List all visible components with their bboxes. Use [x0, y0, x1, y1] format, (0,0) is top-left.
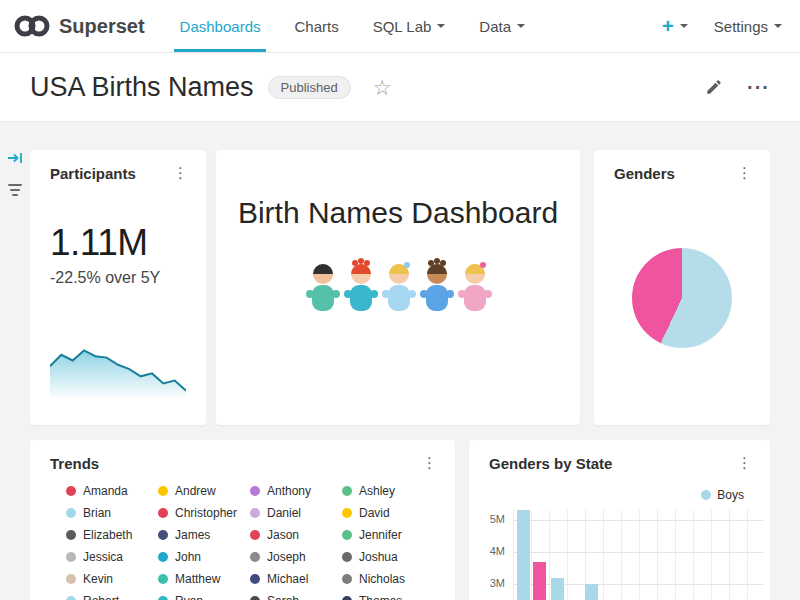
trend-legend-item[interactable]: David	[342, 506, 445, 520]
trend-legend-item[interactable]: Robert	[66, 594, 158, 600]
published-badge[interactable]: Published	[268, 76, 351, 99]
legend-label: James	[175, 528, 210, 542]
trend-legend-item[interactable]: Elizabeth	[66, 528, 158, 542]
legend-dot	[250, 596, 260, 600]
kebab-menu-icon[interactable]: ⋮	[729, 165, 760, 180]
chevron-down-icon	[517, 24, 525, 28]
trend-legend-item[interactable]: Michael	[250, 572, 342, 586]
dashboard-content: Participants ⋮ 1.11M -22.5% over 5Y Birt…	[0, 122, 800, 600]
trend-legend-item[interactable]: James	[158, 528, 250, 542]
chevron-down-icon	[680, 24, 688, 28]
settings-label: Settings	[714, 18, 768, 35]
legend-label: Daniel	[267, 506, 301, 520]
legend-dot	[158, 530, 168, 540]
card-genders: Genders ⋮	[594, 150, 770, 425]
genders-pie-chart[interactable]	[632, 248, 732, 348]
trend-legend-item[interactable]: Ryan	[158, 594, 250, 600]
legend-dot	[66, 552, 76, 562]
kid-figure	[420, 258, 454, 311]
trend-legend-item[interactable]: John	[158, 550, 250, 564]
kebab-menu-icon[interactable]: ⋮	[165, 165, 196, 180]
sparkline-fill	[50, 350, 186, 397]
card-participants: Participants ⋮ 1.11M -22.5% over 5Y	[30, 150, 206, 425]
nav-item-charts[interactable]: Charts	[277, 0, 355, 52]
legend-label: Anthony	[267, 484, 311, 498]
filter-line	[8, 184, 22, 186]
nav-item-label: Data	[479, 18, 511, 35]
banner-title: Birth Names Dashboard	[216, 196, 580, 230]
kebab-menu-icon[interactable]: ⋮	[729, 455, 760, 470]
brand-name: Superset	[59, 15, 145, 38]
legend-dot	[66, 530, 76, 540]
card-genders-by-state: Genders by State ⋮ Boys 5M4M3M	[469, 440, 770, 600]
y-axis-tick: 5M	[477, 513, 505, 525]
legend-dot	[342, 508, 352, 518]
favorite-star-icon[interactable]: ☆	[373, 77, 392, 98]
more-menu-icon[interactable]: ···	[747, 82, 770, 92]
legend-dot	[66, 574, 76, 584]
filter-rail	[0, 150, 30, 196]
legend-label: Nicholas	[359, 572, 405, 586]
trend-legend-item[interactable]: Joseph	[250, 550, 342, 564]
bar-segment[interactable]	[551, 578, 564, 600]
nav-item-sql-lab[interactable]: SQL Lab	[356, 0, 463, 52]
brand[interactable]: Superset	[14, 0, 145, 52]
filter-list-icon[interactable]	[8, 184, 22, 196]
trend-legend-item[interactable]: Nicholas	[342, 572, 445, 586]
expand-filter-bar-icon[interactable]	[7, 150, 24, 166]
trend-legend-item[interactable]: Sarah	[250, 594, 342, 600]
trend-legend-item[interactable]: Kevin	[66, 572, 158, 586]
trend-legend-item[interactable]: Brian	[66, 506, 158, 520]
trend-legend-item[interactable]: Christopher	[158, 506, 250, 520]
nav-item-data[interactable]: Data	[462, 0, 542, 52]
legend-label: Brian	[83, 506, 111, 520]
legend-dot	[250, 552, 260, 562]
trend-legend-item[interactable]: Matthew	[158, 572, 250, 586]
dashboard-header: USA Births Names Published ☆ ···	[0, 53, 800, 122]
trend-legend-item[interactable]: Anthony	[250, 484, 342, 498]
page-title: USA Births Names	[30, 72, 254, 103]
filter-line	[10, 189, 20, 191]
legend-dot	[158, 508, 168, 518]
kid-figure	[458, 262, 492, 311]
edit-pencil-icon[interactable]	[705, 78, 723, 96]
boys-legend[interactable]: Boys	[701, 488, 744, 502]
legend-dot	[158, 596, 168, 600]
bar-segment[interactable]	[533, 562, 546, 600]
legend-label: Sarah	[267, 594, 299, 600]
chevron-down-icon	[774, 24, 782, 28]
trend-legend-item[interactable]: Amanda	[66, 484, 158, 498]
trend-legend-item[interactable]: Jason	[250, 528, 342, 542]
superset-app: Superset DashboardsChartsSQL LabData + S…	[0, 0, 800, 600]
legend-dot	[250, 530, 260, 540]
kebab-menu-icon[interactable]: ⋮	[414, 455, 445, 470]
trend-legend-item[interactable]: Jessica	[66, 550, 158, 564]
card-header: Genders by State ⋮	[469, 440, 770, 472]
trends-legend: AmandaAndrewAnthonyAshleyBrianChristophe…	[30, 472, 455, 600]
legend-dot	[66, 486, 76, 496]
card-title: Trends	[50, 455, 99, 472]
trend-legend-item[interactable]: Ashley	[342, 484, 445, 498]
legend-label: Ashley	[359, 484, 395, 498]
trend-legend-item[interactable]: Jennifer	[342, 528, 445, 542]
y-axis-tick: 4M	[477, 545, 505, 557]
trend-legend-item[interactable]: Daniel	[250, 506, 342, 520]
trend-legend-item[interactable]: Andrew	[158, 484, 250, 498]
legend-label: Joseph	[267, 550, 306, 564]
gridline	[513, 520, 763, 521]
legend-dot	[342, 552, 352, 562]
card-trends: Trends ⋮ AmandaAndrewAnthonyAshleyBrianC…	[30, 440, 455, 600]
trend-legend-item[interactable]: Joshua	[342, 550, 445, 564]
y-axis-tick: 3M	[477, 577, 505, 589]
header-actions: ···	[705, 78, 770, 96]
settings-menu[interactable]: Settings	[714, 18, 782, 35]
card-header: Trends ⋮	[30, 440, 455, 472]
bar-segment[interactable]	[585, 584, 598, 600]
nav-item-dashboards[interactable]: Dashboards	[163, 0, 278, 52]
legend-label: Jason	[267, 528, 299, 542]
trend-legend-item[interactable]: Thomas	[342, 594, 445, 600]
add-new-button[interactable]: +	[662, 16, 688, 36]
kid-figure	[344, 258, 378, 311]
bar-segment[interactable]	[517, 510, 530, 600]
legend-dot	[158, 552, 168, 562]
